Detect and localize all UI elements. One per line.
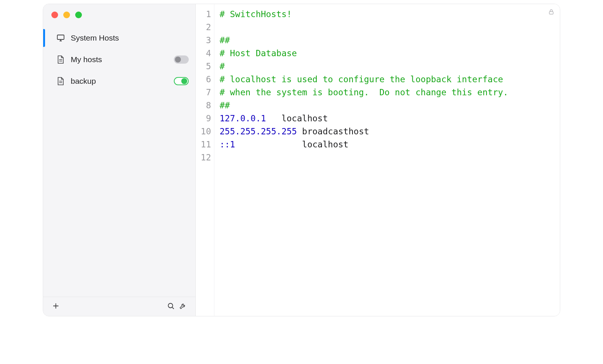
code-line <box>220 21 560 34</box>
window-controls <box>43 4 195 27</box>
line-number: 10 <box>196 125 211 138</box>
add-button[interactable] <box>50 300 62 313</box>
lock-icon <box>548 9 555 17</box>
sidebar-item-label: My hosts <box>71 55 174 64</box>
editor-pane: 123456789101112 # SwitchHosts!### Host D… <box>196 4 560 316</box>
code-line: # Host Database <box>220 47 560 60</box>
code-line: ## <box>220 34 560 47</box>
sidebar-item-backup[interactable]: backup <box>43 70 195 92</box>
line-number: 4 <box>196 47 211 60</box>
sidebar-item-label: System Hosts <box>71 33 189 42</box>
code-line: 255.255.255.255 broadcasthost <box>220 125 560 138</box>
code-line: ::1 localhost <box>220 138 560 151</box>
svg-line-10 <box>172 307 174 309</box>
host-toggle[interactable] <box>174 55 189 64</box>
line-number: 11 <box>196 138 211 151</box>
code-area[interactable]: # SwitchHosts!### Host Database## localh… <box>214 4 560 316</box>
line-number: 7 <box>196 86 211 99</box>
sidebar-item-system-hosts[interactable]: System Hosts <box>43 27 195 49</box>
code-line: 127.0.0.1 localhost <box>220 112 560 125</box>
line-number: 6 <box>196 73 211 86</box>
window-close-button[interactable] <box>51 12 58 18</box>
svg-point-9 <box>168 303 173 308</box>
sidebar: System Hosts My hosts backup <box>43 4 196 316</box>
line-number: 12 <box>196 151 211 164</box>
code-line: # <box>220 60 560 73</box>
search-icon <box>167 302 175 311</box>
host-list: System Hosts My hosts backup <box>43 27 195 297</box>
file-icon <box>56 76 66 86</box>
line-number: 2 <box>196 21 211 34</box>
line-number-gutter: 123456789101112 <box>196 4 214 316</box>
line-number: 1 <box>196 8 211 21</box>
plus-icon <box>52 302 60 311</box>
sidebar-item-my-hosts[interactable]: My hosts <box>43 49 195 70</box>
code-line <box>220 151 560 164</box>
app-window: System Hosts My hosts backup <box>43 4 560 316</box>
code-line: # when the system is booting. Do not cha… <box>220 86 560 99</box>
line-number: 3 <box>196 34 211 47</box>
line-number: 9 <box>196 112 211 125</box>
line-number: 8 <box>196 99 211 112</box>
line-number: 5 <box>196 60 211 73</box>
code-line: # localhost is used to configure the loo… <box>220 73 560 86</box>
monitor-icon <box>56 33 66 43</box>
sidebar-footer <box>43 297 195 316</box>
window-zoom-button[interactable] <box>75 12 82 18</box>
settings-button[interactable] <box>177 300 189 313</box>
svg-rect-0 <box>57 35 64 39</box>
file-icon <box>56 55 66 64</box>
host-toggle[interactable] <box>174 77 189 85</box>
code-line: ## <box>220 99 560 112</box>
sidebar-item-label: backup <box>71 77 174 86</box>
code-line: # SwitchHosts! <box>220 8 560 21</box>
wrench-icon <box>179 302 186 311</box>
window-minimize-button[interactable] <box>63 12 70 18</box>
search-button[interactable] <box>165 300 177 313</box>
svg-rect-11 <box>549 12 553 14</box>
